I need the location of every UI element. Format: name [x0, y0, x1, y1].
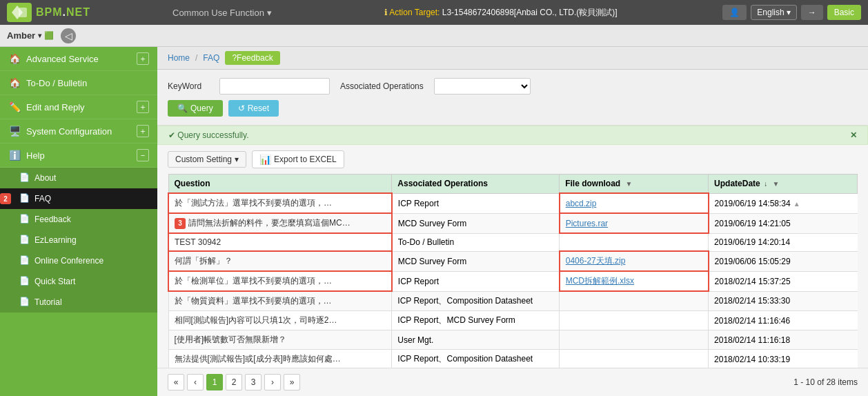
sidebar-item-ezlearning[interactable]: 📄 EzLearning	[0, 230, 157, 250]
subitem-label: Quick Start	[34, 277, 75, 286]
assoc-ops-cell: MCD Survey Form	[392, 251, 560, 271]
sidebar-item-todo[interactable]: 🏠 To-Do / Bulletin	[0, 71, 157, 95]
online-conference-icon: 📄	[19, 255, 30, 266]
help-icon: ℹ️	[8, 149, 21, 161]
ezlearning-icon: 📄	[19, 235, 30, 246]
date-sort-icon[interactable]: ↓	[764, 180, 767, 188]
question-text[interactable]: 於「測試方法」選單找不到要填的選項，…	[175, 198, 332, 208]
user-name: Amber ▾ 🟩	[7, 30, 54, 41]
help-minus-icon[interactable]: －	[137, 149, 149, 161]
nav-menu-label: Common Use Function	[172, 8, 264, 18]
table-row: 3請問無法折解的料件，要怎麼填寫這個MC…MCD Survey FormPict…	[168, 213, 858, 233]
edit-reply-plus-icon[interactable]: ＋	[137, 101, 149, 113]
breadcrumb-home[interactable]: Home	[168, 53, 190, 63]
subitem-label: FAQ	[34, 194, 51, 204]
page-next-btn[interactable]: ›	[264, 374, 281, 390]
logo-icon	[7, 3, 32, 22]
update-date-cell: 2019/06/19 14:20:14	[709, 233, 858, 251]
page-3-btn[interactable]: 3	[245, 374, 262, 390]
question-text[interactable]: 無法提供[測試報告]或[成分表]時應該如何處…	[175, 354, 341, 364]
reset-button[interactable]: ↺ Reset	[228, 100, 279, 117]
mode-btn[interactable]: Basic	[827, 5, 861, 20]
subitem-label: Feedback	[34, 215, 71, 224]
breadcrumb-faq[interactable]: FAQ	[203, 53, 219, 63]
subitem-label: About	[34, 173, 56, 183]
success-close-btn[interactable]: ✕	[850, 130, 857, 140]
sidebar-item-system-config[interactable]: 🖥️ System Configuration ＋	[0, 119, 157, 143]
question-text[interactable]: TEST 30942	[175, 237, 221, 247]
sidebar-item-label: Help	[26, 150, 45, 161]
export-excel-button[interactable]: 📊 Export to EXCEL	[252, 150, 344, 168]
page-2-btn[interactable]: 2	[226, 374, 242, 390]
table-row: TEST 30942To-Do / Bulletin2019/06/19 14:…	[168, 233, 858, 251]
sidebar-item-advanced-service[interactable]: 🏠 Advanced Service ＋	[0, 47, 157, 71]
subitem-label: Tutorial	[34, 297, 62, 307]
logout-btn[interactable]: →	[801, 5, 823, 20]
header-right: 👤 English ▾ → Basic	[722, 5, 861, 20]
sidebar-item-edit-reply[interactable]: ✏️ Edit and Reply ＋	[0, 95, 157, 119]
reset-icon: ↺	[238, 103, 245, 113]
question-text[interactable]: 請問無法折解的料件，要怎麼填寫這個MC…	[188, 218, 351, 228]
system-config-plus-icon[interactable]: ＋	[137, 125, 149, 137]
search-icon: 🔍	[177, 103, 188, 113]
sidebar-item-tutorial[interactable]: 📄 Tutorial	[0, 292, 157, 313]
advanced-service-plus-icon[interactable]: ＋	[137, 52, 149, 65]
sidebar-item-online-conference[interactable]: 📄 Online Conference	[0, 250, 157, 271]
table-row: [使用者]帳號數可否無限新增？User Mgt.2018/02/14 11:16…	[168, 330, 858, 350]
update-date-cell: 2019/06/06 15:05:29	[709, 251, 858, 271]
question-text[interactable]: 於「物質資料」選單找不到要填的選項，…	[175, 296, 332, 306]
subitem-label: EzLearning	[34, 235, 77, 245]
page-first-btn[interactable]: «	[168, 374, 184, 390]
lang-chevron-icon: ▾	[787, 8, 791, 17]
faq-icon: 📄	[19, 193, 30, 204]
sidebar-item-quick-start[interactable]: 📄 Quick Start	[0, 271, 157, 292]
file-download-cell	[560, 311, 709, 330]
file-download-link[interactable]: MCD拆解範例.xlsx	[560, 271, 709, 291]
update-date-cell: 2019/06/19 14:58:34▲	[709, 193, 858, 213]
assoc-ops-cell: MCD Survey Form	[392, 213, 560, 233]
sidebar-item-help[interactable]: ℹ️ Help －	[0, 143, 157, 168]
subitem-label: Online Conference	[34, 256, 103, 266]
question-text[interactable]: 何謂「拆解」？	[175, 256, 233, 266]
page-last-btn[interactable]: »	[284, 374, 300, 390]
sidebar-item-label: Advanced Service	[26, 54, 99, 64]
page-info: 1 - 10 of 28 items	[793, 377, 858, 387]
sidebar-item-feedback[interactable]: 📄 Feedback	[0, 209, 157, 230]
sidebar-item-about[interactable]: 📄 About	[0, 168, 157, 188]
page-1-btn[interactable]: 1	[206, 374, 223, 390]
row-badge-3: 3	[175, 218, 186, 229]
question-text[interactable]: 於「檢測單位」選單找不到要填的選項，…	[175, 276, 332, 286]
question-text[interactable]: [使用者]帳號數可否無限新增？	[175, 335, 287, 344]
date-filter-icon[interactable]: ▼	[772, 180, 779, 188]
breadcrumb-current-tab: ?Feedback	[225, 51, 279, 65]
custom-setting-button[interactable]: Custom Setting ▾	[168, 151, 246, 168]
assoc-ops-cell: ICP Report、Composition Datasheet	[392, 291, 560, 311]
sidebar-item-faq[interactable]: 2 📄 FAQ	[0, 188, 157, 209]
advanced-service-icon: 🏠	[8, 52, 21, 65]
sidebar-item-label: Edit and Reply	[26, 102, 85, 112]
update-date-cell: 2018/02/14 11:16:46	[709, 311, 858, 330]
assoc-ops-cell: ICP Report	[392, 271, 560, 291]
file-download-link[interactable]: Pictures.rar	[560, 213, 709, 233]
scroll-up-icon: ▲	[793, 200, 800, 208]
file-download-cell	[560, 350, 709, 368]
keyword-input[interactable]	[219, 78, 330, 95]
file-download-link[interactable]: 0406-27天填.zip	[560, 251, 709, 271]
nav-menu[interactable]: Common Use Function ▾	[166, 8, 279, 18]
table-toolbar: Custom Setting ▾ 📊 Export to EXCEL	[157, 145, 868, 174]
language-selector[interactable]: English ▾	[751, 5, 796, 20]
table-row: 何謂「拆解」？MCD Survey Form0406-27天填.zip2019/…	[168, 251, 858, 271]
question-text[interactable]: 相同[測試報告]內容可以只填1次，司時逐2…	[175, 315, 337, 325]
svg-rect-1	[19, 8, 27, 17]
assoc-operations-select[interactable]	[434, 78, 531, 95]
sidebar-item-label: System Configuration	[26, 126, 112, 137]
file-filter-icon[interactable]: ▼	[626, 180, 633, 188]
query-button[interactable]: 🔍 Query	[168, 100, 223, 117]
file-download-link[interactable]: abcd.zip	[560, 193, 709, 213]
excel-icon: 📊	[259, 154, 271, 165]
page-prev-btn[interactable]: ‹	[187, 374, 204, 390]
user-icon-btn[interactable]: 👤	[722, 5, 747, 20]
table-wrapper: Question Associated Operations File down…	[157, 174, 868, 368]
update-date-cell: 2018/02/14 15:33:30	[709, 291, 858, 311]
back-button[interactable]: ◁	[61, 28, 76, 43]
